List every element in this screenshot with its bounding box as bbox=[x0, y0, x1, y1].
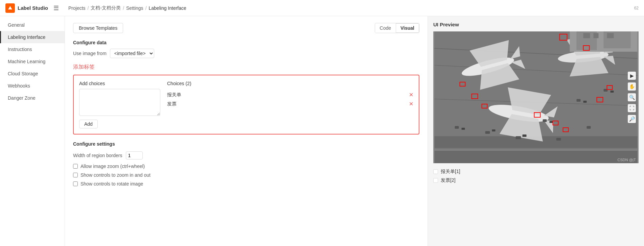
preview-panel: UI Preview bbox=[428, 16, 644, 246]
sidebar-item-cloud-storage[interactable]: Cloud Storage bbox=[0, 68, 65, 80]
svg-rect-32 bbox=[611, 91, 614, 93]
layout: General Labeling Interface Instructions … bbox=[0, 16, 644, 246]
choices-label: Choices (2) bbox=[167, 81, 413, 86]
preview-choices: 报关单[1] 发票[2] bbox=[433, 169, 639, 186]
topbar: Label Studio ☰ Projects / 文档-文档分类 / Sett… bbox=[0, 0, 644, 16]
breadcrumb: Projects / 文档-文档分类 / Settings / Labeling… bbox=[68, 5, 186, 11]
sidebar-item-labeling-interface[interactable]: Labeling Interface bbox=[0, 31, 65, 43]
visual-toggle-button[interactable]: Visual bbox=[396, 23, 419, 33]
hand-tool-icon[interactable]: ✋ bbox=[628, 82, 636, 91]
main-content: Browse Templates Code Visual Configure d… bbox=[65, 16, 428, 246]
svg-rect-30 bbox=[583, 101, 587, 103]
breadcrumb-settings[interactable]: Settings bbox=[126, 5, 143, 11]
svg-rect-24 bbox=[462, 128, 465, 130]
checkbox-row-1: Allow image zoom (ctrl+wheel) bbox=[73, 164, 419, 169]
sidebar-item-webhooks[interactable]: Webhooks bbox=[0, 80, 65, 92]
code-toggle-button[interactable]: Code bbox=[375, 23, 396, 33]
add-choices-textarea[interactable] bbox=[79, 89, 160, 116]
breadcrumb-current: Labeling Interface bbox=[149, 5, 186, 11]
add-choices-panel: Add choices Add bbox=[79, 81, 160, 128]
svg-rect-23 bbox=[455, 126, 459, 129]
svg-rect-34 bbox=[523, 134, 527, 137]
choice-delete-2[interactable]: ✕ bbox=[409, 101, 413, 107]
svg-rect-42 bbox=[607, 33, 614, 38]
header-row: Browse Templates Code Visual bbox=[73, 23, 419, 33]
show-rotate-controls-label[interactable]: Show controls to rotate image bbox=[80, 181, 143, 187]
preview-choice-text-1: 报关单[1] bbox=[441, 169, 460, 175]
choices-panel: Choices (2) 报关单 ✕ 发票 ✕ bbox=[167, 81, 413, 128]
svg-rect-27 bbox=[543, 119, 547, 122]
svg-rect-28 bbox=[550, 121, 553, 123]
code-visual-toggle: Code Visual bbox=[375, 23, 419, 33]
preview-choice-text-2: 发票[2] bbox=[441, 177, 456, 183]
fullscreen-icon[interactable]: ⛶ bbox=[628, 104, 636, 112]
svg-rect-40 bbox=[583, 33, 590, 38]
choices-container: Add choices Add Choices (2) 报关单 ✕ 发票 ✕ bbox=[73, 75, 419, 134]
preview-title: UI Preview bbox=[433, 22, 639, 27]
sidebar-item-general[interactable]: General bbox=[0, 19, 65, 31]
svg-rect-43 bbox=[435, 150, 638, 150]
sidebar-item-danger-zone[interactable]: Danger Zone bbox=[0, 92, 65, 104]
show-rotate-controls-checkbox[interactable] bbox=[73, 181, 78, 186]
configure-data-title: Configure data bbox=[73, 40, 419, 45]
use-image-label: Use image from bbox=[73, 51, 107, 56]
zoom-out-icon[interactable]: 🔎 bbox=[628, 115, 636, 123]
show-zoom-controls-label[interactable]: Show controls to zoom in and out bbox=[80, 172, 151, 178]
preview-image-area: ▶ ✋ 🔍 ⛶ 🔎 CSDN @jT bbox=[433, 31, 639, 163]
sidebar-item-instructions[interactable]: Instructions bbox=[0, 43, 65, 55]
logo: Label Studio bbox=[5, 3, 48, 13]
add-choice-button[interactable]: Add bbox=[79, 120, 98, 128]
use-image-row: Use image from <imported file> bbox=[73, 49, 419, 58]
sidebar-item-machine-learning[interactable]: Machine Learning bbox=[0, 55, 65, 68]
checkbox-row-2: Show controls to zoom in and out bbox=[73, 172, 419, 178]
preview-aerial-svg bbox=[433, 31, 639, 163]
breadcrumb-projects[interactable]: Projects bbox=[68, 5, 86, 11]
svg-marker-0 bbox=[8, 6, 12, 9]
preview-checkbox-1[interactable] bbox=[433, 169, 438, 174]
choice-text-1: 报关单 bbox=[167, 92, 181, 98]
preview-checkbox-2[interactable] bbox=[433, 178, 438, 183]
width-region-borders-row: Width of region borders bbox=[73, 151, 419, 159]
sidebar: General Labeling Interface Instructions … bbox=[0, 16, 65, 246]
choice-text-2: 发票 bbox=[167, 101, 177, 107]
tool-icons: ▶ ✋ 🔍 ⛶ 🔎 bbox=[628, 72, 636, 123]
svg-rect-33 bbox=[516, 136, 521, 139]
svg-rect-29 bbox=[577, 99, 581, 102]
zoom-in-icon[interactable]: 🔍 bbox=[628, 93, 636, 101]
choice-delete-1[interactable]: ✕ bbox=[409, 92, 413, 98]
menu-icon[interactable]: ☰ bbox=[53, 4, 59, 12]
configure-settings-section: Configure settings Width of region borde… bbox=[73, 141, 419, 187]
logo-icon bbox=[5, 3, 15, 13]
breadcrumb-project-name[interactable]: 文档-文档分类 bbox=[91, 5, 121, 11]
preview-choice-item-1: 报关单[1] bbox=[433, 169, 639, 175]
show-zoom-controls-checkbox[interactable] bbox=[73, 173, 78, 177]
svg-rect-36 bbox=[587, 126, 591, 129]
preview-choice-item-2: 发票[2] bbox=[433, 177, 639, 183]
checkbox-row-3: Show controls to rotate image bbox=[73, 181, 419, 187]
width-region-borders-label: Width of region borders bbox=[73, 153, 122, 158]
cursor-tool-icon[interactable]: ▶ bbox=[628, 72, 636, 80]
add-label-title: 添加标签 bbox=[73, 64, 419, 71]
configure-settings-title: Configure settings bbox=[73, 141, 419, 147]
watermark: CSDN @jT bbox=[617, 158, 636, 162]
use-image-select[interactable]: <imported file> bbox=[110, 49, 154, 58]
choice-item-2: 发票 ✕ bbox=[167, 99, 413, 108]
logo-text: Label Studio bbox=[18, 5, 48, 11]
svg-rect-26 bbox=[492, 129, 496, 131]
add-choices-label: Add choices bbox=[79, 81, 160, 86]
allow-zoom-label[interactable]: Allow image zoom (ctrl+wheel) bbox=[80, 164, 145, 169]
choice-item-1: 报关单 ✕ bbox=[167, 90, 413, 99]
version-badge: 62 bbox=[634, 6, 639, 10]
width-region-borders-input[interactable] bbox=[126, 151, 143, 159]
svg-rect-35 bbox=[556, 138, 561, 141]
svg-rect-25 bbox=[485, 131, 490, 134]
allow-zoom-checkbox[interactable] bbox=[73, 164, 78, 169]
browse-templates-button[interactable]: Browse Templates bbox=[73, 23, 123, 33]
configure-data-section: Configure data Use image from <imported … bbox=[73, 40, 419, 58]
svg-rect-41 bbox=[594, 33, 599, 38]
